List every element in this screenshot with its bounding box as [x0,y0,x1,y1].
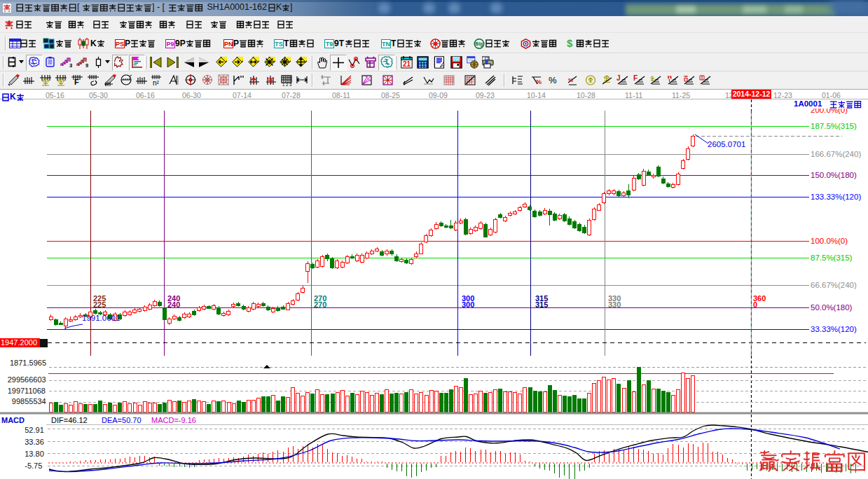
svg-text:Big: Big [475,41,483,47]
svg-text:F: F [74,78,79,86]
svg-text:%: % [536,78,542,85]
svg-text:1 2 3: 1 2 3 [282,83,292,86]
svg-text:n²: n² [153,79,160,86]
svg-text:%: % [568,77,573,83]
svg-text:21: 21 [403,60,411,68]
svg-text:%: % [549,75,557,85]
svg-text:J: J [616,74,621,82]
svg-text:9: 9 [85,62,88,68]
svg-text:3: 3 [69,62,72,68]
svg-text:F: F [633,74,638,82]
